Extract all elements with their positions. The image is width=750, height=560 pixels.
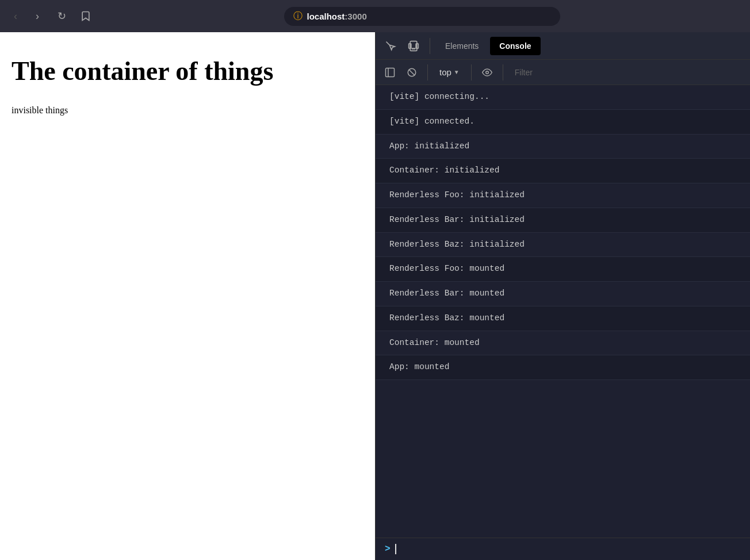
console-filter-input[interactable]	[509, 66, 745, 79]
sidebar-toggle-button[interactable]	[380, 64, 400, 80]
console-output: [vite] connecting...[vite] connected.App…	[376, 85, 750, 538]
svg-line-7	[409, 69, 415, 75]
live-expressions-button[interactable]	[477, 64, 497, 80]
devtools-panel: Elements Console t	[375, 32, 750, 560]
security-icon: ⓘ	[293, 10, 303, 22]
page-title: The container of things	[12, 55, 363, 87]
url-text: localhost:3000	[307, 11, 367, 21]
back-button[interactable]: ‹	[9, 8, 22, 25]
console-prompt-icon: >	[385, 544, 391, 554]
page-content: The container of things invisible things	[0, 32, 375, 560]
toolbar2-separator2	[471, 64, 472, 80]
console-line: [vite] connecting...	[376, 85, 750, 110]
clear-console-button[interactable]	[402, 64, 422, 80]
console-line: Renderless Foo: mounted	[376, 257, 750, 282]
console-line: Renderless Bar: initialized	[376, 208, 750, 233]
forward-button[interactable]: ›	[31, 8, 44, 25]
console-input-row: >	[376, 538, 750, 560]
console-line: Renderless Baz: initialized	[376, 233, 750, 258]
console-cursor	[395, 544, 396, 554]
main-area: The container of things invisible things	[0, 32, 750, 560]
console-line: Container: initialized	[376, 159, 750, 183]
console-line: Renderless Baz: mounted	[376, 306, 750, 331]
bookmark-icon	[80, 10, 91, 22]
address-bar[interactable]: ⓘ localhost:3000	[284, 7, 560, 26]
browser-toolbar: ‹ › ↻ ⓘ localhost:3000	[0, 0, 750, 32]
console-line: Container: mounted	[376, 331, 750, 356]
console-line: Renderless Foo: initialized	[376, 183, 750, 208]
svg-point-8	[486, 71, 489, 74]
reload-button[interactable]: ↻	[53, 7, 71, 25]
console-line: Renderless Bar: mounted	[376, 282, 750, 306]
console-line: [vite] connected.	[376, 110, 750, 135]
device-toggle-button[interactable]	[403, 37, 424, 55]
svg-rect-1	[412, 48, 415, 49]
devtools-top-toolbar: Elements Console	[376, 32, 750, 60]
page-subtitle: invisible things	[12, 105, 363, 116]
toolbar2-separator3	[503, 64, 503, 80]
devtools-secondary-toolbar: top ▼	[376, 60, 750, 85]
svg-rect-4	[386, 68, 395, 76]
tab-console[interactable]: Console	[490, 37, 540, 55]
console-line: App: mounted	[376, 355, 750, 380]
context-label: top	[439, 67, 451, 77]
inspect-element-button[interactable]	[380, 37, 401, 55]
toolbar-separator	[430, 38, 430, 54]
console-line: App: initialized	[376, 135, 750, 159]
toolbar2-separator	[427, 64, 428, 80]
tab-elements[interactable]: Elements	[436, 37, 488, 55]
dropdown-arrow-icon: ▼	[454, 69, 460, 75]
context-dropdown[interactable]: top ▼	[434, 65, 465, 79]
